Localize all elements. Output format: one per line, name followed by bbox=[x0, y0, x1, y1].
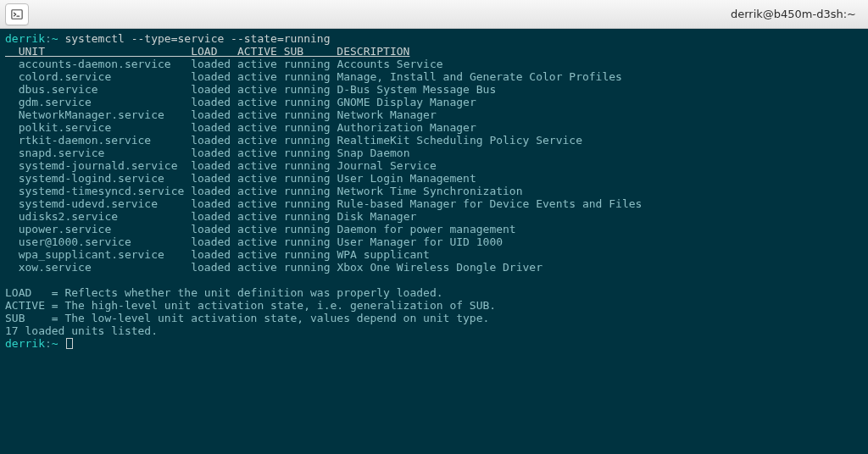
sub-value: running bbox=[284, 197, 337, 210]
unit-name: colord.service bbox=[19, 70, 192, 83]
active-value: active bbox=[237, 121, 284, 134]
sub-value: running bbox=[284, 261, 337, 274]
summary-line: 17 loaded units listed. bbox=[5, 324, 863, 337]
row-indent bbox=[5, 147, 19, 159]
load-value: loaded bbox=[191, 172, 237, 185]
unit-name: systemd-logind.service bbox=[19, 172, 192, 185]
active-value: active bbox=[237, 197, 284, 210]
sub-value: running bbox=[284, 172, 337, 185]
row-indent bbox=[5, 248, 19, 261]
description-value: D-Bus System Message Bus bbox=[337, 83, 496, 96]
row-indent bbox=[5, 185, 19, 197]
unit-name: wpa_supplicant.service bbox=[19, 248, 192, 261]
row-indent bbox=[5, 70, 19, 83]
row-indent bbox=[5, 134, 19, 147]
row-indent bbox=[5, 261, 19, 274]
description-value: Accounts Service bbox=[337, 58, 442, 70]
terminal-app-icon[interactable] bbox=[5, 3, 29, 25]
row-indent bbox=[5, 172, 19, 185]
active-value: active bbox=[237, 58, 284, 70]
table-row: accounts-daemon.service loaded active ru… bbox=[5, 58, 863, 70]
unit-name: user@1000.service bbox=[19, 235, 192, 248]
load-value: loaded bbox=[191, 235, 237, 248]
legend-load: LOAD = Reflects whether the unit definit… bbox=[5, 286, 863, 299]
sub-value: running bbox=[284, 248, 337, 261]
sub-value: running bbox=[284, 108, 337, 121]
terminal-icon bbox=[11, 8, 23, 20]
unit-name: upower.service bbox=[19, 223, 192, 235]
load-value: loaded bbox=[191, 185, 237, 197]
row-indent bbox=[5, 96, 19, 108]
prompt-symbol bbox=[58, 337, 65, 350]
sub-value: running bbox=[284, 121, 337, 134]
active-value: active bbox=[237, 70, 284, 83]
description-value: User Login Management bbox=[337, 172, 476, 185]
sub-value: running bbox=[284, 147, 337, 159]
description-value: Xbox One Wireless Dongle Driver bbox=[337, 261, 542, 274]
sub-value: running bbox=[284, 223, 337, 235]
table-row: colord.service loaded active running Man… bbox=[5, 70, 863, 83]
table-row: dbus.service loaded active running D-Bus… bbox=[5, 83, 863, 96]
load-value: loaded bbox=[191, 210, 237, 223]
active-value: active bbox=[237, 261, 284, 274]
table-body: accounts-daemon.service loaded active ru… bbox=[5, 58, 863, 274]
load-value: loaded bbox=[191, 197, 237, 210]
table-row: rtkit-daemon.service loaded active runni… bbox=[5, 134, 863, 147]
terminal-output[interactable]: derrik:~ systemctl --type=service --stat… bbox=[0, 29, 868, 454]
sub-value: running bbox=[284, 235, 337, 248]
active-value: active bbox=[237, 96, 284, 108]
sub-value: running bbox=[284, 134, 337, 147]
row-indent bbox=[5, 58, 19, 70]
row-indent bbox=[5, 159, 19, 172]
sub-value: running bbox=[284, 58, 337, 70]
load-value: loaded bbox=[191, 147, 237, 159]
unit-name: xow.service bbox=[19, 261, 192, 274]
unit-name: polkit.service bbox=[19, 121, 192, 134]
description-value: WPA supplicant bbox=[337, 248, 430, 261]
description-value: Disk Manager bbox=[337, 210, 416, 223]
sub-value: running bbox=[284, 159, 337, 172]
unit-name: gdm.service bbox=[19, 96, 192, 108]
description-value: Network Manager bbox=[337, 108, 436, 121]
load-value: loaded bbox=[191, 108, 237, 121]
table-row: xow.service loaded active running Xbox O… bbox=[5, 261, 863, 274]
table-header-text: UNIT LOAD ACTIVE SUB DESCRIPTION bbox=[5, 45, 409, 58]
row-indent bbox=[5, 223, 19, 235]
active-value: active bbox=[237, 235, 284, 248]
prompt-sep: : bbox=[45, 32, 52, 45]
description-value: Network Time Synchronization bbox=[337, 185, 522, 197]
row-indent bbox=[5, 108, 19, 121]
load-value: loaded bbox=[191, 134, 237, 147]
description-value: Manage, Install and Generate Color Profi… bbox=[337, 70, 622, 83]
unit-name: rtkit-daemon.service bbox=[19, 134, 192, 147]
row-indent bbox=[5, 210, 19, 223]
load-value: loaded bbox=[191, 223, 237, 235]
description-value: User Manager for UID 1000 bbox=[337, 235, 503, 248]
row-indent bbox=[5, 83, 19, 96]
load-value: loaded bbox=[191, 121, 237, 134]
active-value: active bbox=[237, 134, 284, 147]
table-row: polkit.service loaded active running Aut… bbox=[5, 121, 863, 134]
svg-rect-0 bbox=[12, 9, 22, 19]
active-value: active bbox=[237, 223, 284, 235]
prompt-user: derrik bbox=[5, 32, 45, 45]
load-value: loaded bbox=[191, 58, 237, 70]
sub-value: running bbox=[284, 210, 337, 223]
active-value: active bbox=[237, 185, 284, 197]
active-value: active bbox=[237, 83, 284, 96]
table-row: user@1000.service loaded active running … bbox=[5, 235, 863, 248]
unit-name: dbus.service bbox=[19, 83, 192, 96]
table-header: UNIT LOAD ACTIVE SUB DESCRIPTION bbox=[5, 45, 863, 58]
load-value: loaded bbox=[191, 70, 237, 83]
table-row: systemd-timesyncd.service loaded active … bbox=[5, 185, 863, 197]
window-titlebar: derrik@b450m-d3sh:~ bbox=[0, 0, 868, 29]
sub-value: running bbox=[284, 70, 337, 83]
unit-name: accounts-daemon.service bbox=[19, 58, 192, 70]
table-row: NetworkManager.service loaded active run… bbox=[5, 108, 863, 121]
unit-name: udisks2.service bbox=[19, 210, 192, 223]
load-value: loaded bbox=[191, 96, 237, 108]
table-row: wpa_supplicant.service loaded active run… bbox=[5, 248, 863, 261]
table-row: systemd-logind.service loaded active run… bbox=[5, 172, 863, 185]
table-row: systemd-journald.service loaded active r… bbox=[5, 159, 863, 172]
blank-line bbox=[5, 274, 863, 286]
